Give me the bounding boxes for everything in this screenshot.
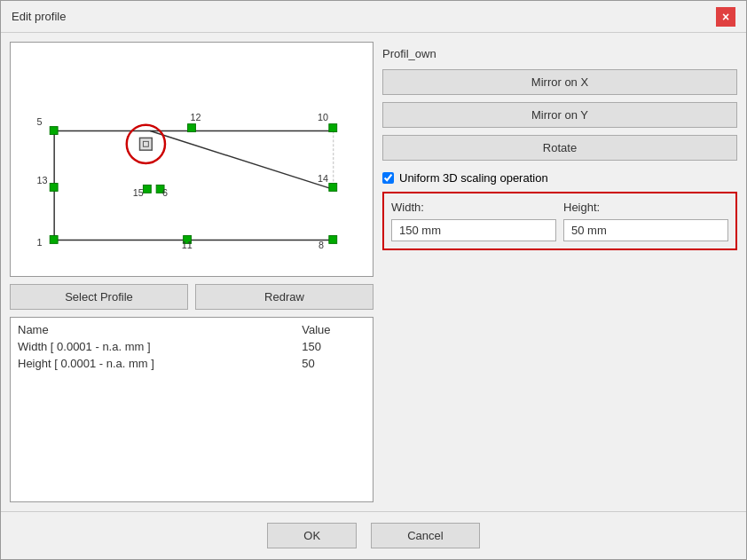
- width-label: Width:: [391, 201, 556, 214]
- svg-rect-13: [143, 185, 151, 193]
- height-input[interactable]: [563, 219, 728, 241]
- width-row-value: 150: [298, 338, 369, 355]
- svg-text:10: 10: [318, 112, 328, 122]
- width-input[interactable]: [391, 219, 556, 241]
- svg-rect-26: [140, 138, 153, 150]
- profile-svg: 5 12 10 13 15 6: [11, 43, 373, 276]
- svg-rect-17: [329, 184, 337, 192]
- edit-profile-dialog: Edit profile × 5: [0, 0, 747, 560]
- uniform-scaling-label: Uniform 3D scaling operation: [399, 171, 548, 185]
- profile-button-row: Select Profile Redraw: [10, 284, 374, 310]
- svg-rect-5: [50, 127, 58, 135]
- title-bar: Edit profile ×: [1, 1, 746, 33]
- rotate-button[interactable]: Rotate: [382, 135, 737, 161]
- right-spacer: [382, 257, 737, 502]
- properties-table: Name Value Width [ 0.0001 - n.a. mm ] 15…: [10, 317, 374, 502]
- dim-labels-row: Width: Height:: [391, 201, 728, 214]
- select-profile-button[interactable]: Select Profile: [10, 284, 188, 310]
- profile-canvas: 5 12 10 13 15 6: [10, 42, 374, 277]
- cancel-button[interactable]: Cancel: [371, 523, 479, 548]
- dialog-footer: OK Cancel: [1, 511, 746, 559]
- ok-button[interactable]: OK: [267, 523, 357, 548]
- right-panel: Profil_own Mirror on X Mirror on Y Rotat…: [382, 42, 737, 502]
- svg-rect-7: [188, 124, 196, 132]
- properties-table-inner: Name Value Width [ 0.0001 - n.a. mm ] 15…: [14, 321, 369, 372]
- profile-name-label: Profil_own: [382, 45, 737, 62]
- svg-rect-11: [50, 184, 58, 192]
- left-panel: 5 12 10 13 15 6: [10, 42, 374, 502]
- svg-rect-23: [329, 236, 337, 244]
- svg-text:13: 13: [36, 175, 47, 185]
- col-name-header: Name: [14, 321, 298, 338]
- redraw-button[interactable]: Redraw: [195, 284, 374, 310]
- mirror-x-button[interactable]: Mirror on X: [382, 69, 737, 95]
- height-label: Height:: [563, 201, 728, 214]
- col-value-header: Value: [298, 321, 369, 338]
- svg-text:8: 8: [318, 240, 324, 250]
- main-content: 5 12 10 13 15 6: [1, 33, 746, 511]
- height-row-name: Height [ 0.0001 - n.a. mm ]: [14, 355, 298, 372]
- svg-rect-9: [329, 124, 337, 132]
- svg-text:11: 11: [182, 240, 193, 250]
- dialog-title: Edit profile: [12, 10, 66, 23]
- svg-text:5: 5: [36, 116, 42, 127]
- table-row: Height [ 0.0001 - n.a. mm ] 50: [14, 355, 369, 372]
- svg-line-3: [150, 131, 333, 190]
- table-header-row: Name Value: [14, 321, 369, 338]
- svg-text:1: 1: [36, 237, 42, 248]
- svg-text:15: 15: [133, 187, 144, 198]
- uniform-scaling-checkbox[interactable]: [382, 172, 394, 184]
- svg-text:6: 6: [162, 187, 168, 198]
- table-row: Width [ 0.0001 - n.a. mm ] 150: [14, 338, 369, 355]
- height-row-value: 50: [298, 355, 369, 372]
- svg-text:14: 14: [318, 173, 328, 184]
- dimensions-box: Width: Height:: [382, 192, 737, 250]
- mirror-y-button[interactable]: Mirror on Y: [382, 102, 737, 128]
- svg-text:12: 12: [191, 112, 201, 122]
- width-row-name: Width [ 0.0001 - n.a. mm ]: [14, 338, 298, 355]
- dim-inputs-row: [391, 219, 728, 241]
- uniform-scaling-row: Uniform 3D scaling operation: [382, 171, 737, 185]
- svg-rect-19: [50, 236, 58, 244]
- close-button[interactable]: ×: [716, 7, 735, 27]
